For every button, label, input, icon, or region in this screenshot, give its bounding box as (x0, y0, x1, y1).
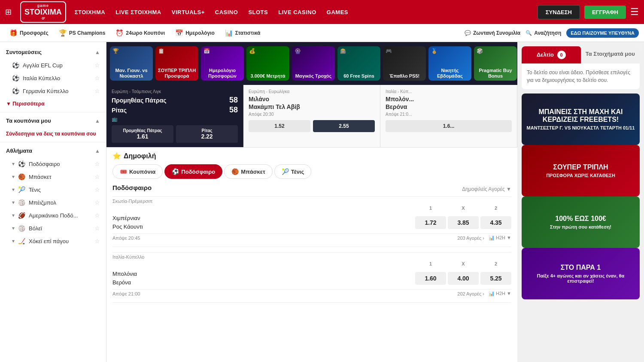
star-ita-cup[interactable]: ☆ (94, 75, 100, 81)
odd2-m2[interactable]: 5.25 (480, 272, 511, 285)
odd2-match2[interactable]: 2.55 (313, 120, 375, 132)
sport-title: Ποδόσφαιρο (112, 184, 152, 191)
sec-nav-item-promo[interactable]: 🎁Προσφορές (5, 27, 53, 39)
promo-card-nikitis[interactable]: 🏅Νικητής Εβδομάδας (428, 46, 471, 81)
match-footer-m1: Απόψε 20:45 203 Αγορές › 📊 H2H ▼ (112, 234, 511, 243)
sidebar-login-link[interactable]: Σύνδεσηγια να δεις τα κουπόνια σου (0, 127, 106, 140)
h2h-m2[interactable]: 📊 H2H ▼ (489, 291, 511, 296)
ps5-icon: 🎮 (386, 48, 392, 54)
odd1-m1[interactable]: 1.72 (415, 216, 446, 229)
popular-tab-tennis[interactable]: 🎾Τένις (274, 164, 311, 179)
promo-card-ps5[interactable]: 🎮Έπαθλο PS5! (383, 46, 426, 81)
sidebar-shortcut-ger-cup[interactable]: ⚽Γερμανία Κύπελλο☆ (0, 84, 106, 97)
fav-basketball[interactable]: ☆ (94, 173, 100, 180)
sec-nav-item-coupon24[interactable]: ⏰24ωρο Κουπόνι (111, 27, 169, 39)
promo-card-pragmatic[interactable]: 🎲Pragmatic Buy Bonus (474, 46, 517, 81)
nav-link-slots[interactable]: SLOTS (248, 9, 268, 15)
promo-card-imerologio[interactable]: 📅Ημερολόγιο Προσφορών (201, 46, 244, 81)
sidebar-more[interactable]: ▼ Περισσότερα (0, 97, 106, 110)
coupons-tab-icon: 🎟️ (120, 168, 127, 175)
more-markets-m1[interactable]: 203 Αγορές › (457, 235, 484, 241)
nav-links: ΣΤΟΙΧΗΜΑLIVE ΣΤΟΙΧΗΜΑVIRTUALS+CASINOSLOT… (75, 9, 529, 15)
nav-link-live-casino[interactable]: LIVE CASINO (278, 9, 316, 15)
betslip-tab-active[interactable]: Δελτίο 0 (522, 46, 581, 63)
more-markets-m2[interactable]: 202 Αγορές › (457, 291, 484, 296)
fav-american-football[interactable]: ☆ (94, 212, 100, 219)
fav-volleyball2[interactable]: ☆ (94, 225, 100, 232)
promo-card-free-spins[interactable]: 🎰60 Free Spins (337, 46, 380, 81)
promo-banner-super-tripla-banner[interactable]: ΣΟΥΠΕΡ ΤΡΙΠΛΗΠΡΟΣΦΟΡΑ ΧΩΡΙΣ ΚΑΤΑΘΕΣΗ (522, 145, 640, 196)
divider-m2 (112, 302, 511, 303)
sec-nav-item-calendar[interactable]: 📅Ημερολόγιο (171, 27, 219, 39)
pragmatic-icon: 🎲 (477, 48, 483, 54)
signin-button[interactable]: ΣΥΝΔΕΣΗ (538, 5, 580, 19)
nav-link-stoixima[interactable]: ΣΤΟΙΧΗΜΑ (75, 9, 106, 15)
search-icon: 🔍 (526, 30, 532, 36)
fav-hockey[interactable]: ☆ (94, 238, 100, 244)
nav-link-games[interactable]: GAMES (327, 9, 348, 15)
promo-row: 🏆Μαν. Γιουν. vs Νιούκαστλ📋ΣΟΥΠΕΡ ΤΡΙΠΛΗ … (106, 42, 517, 85)
star-ger-cup[interactable]: ☆ (94, 87, 100, 94)
sidebar-sport-basketball[interactable]: ▾🏀Μπάσκετ☆ (0, 170, 106, 183)
sec-nav-item-ps-champions[interactable]: 🏆PS Champions (55, 27, 110, 39)
team2-match1: Ρίτας (112, 107, 127, 114)
bet1-match1[interactable]: Προμηθέας Πάτρας1.61 (112, 125, 173, 143)
coupons-header[interactable]: Τα κουπόνια μου ▲ (0, 114, 106, 127)
nav-link-virtuals[interactable]: VIRTUALS+ (172, 9, 205, 15)
nav-link-live-stoixima[interactable]: LIVE ΣΤΟΙΧΗΜΑ (115, 9, 161, 15)
odd1-match2[interactable]: 1.52 (249, 120, 310, 132)
sidebar-sport-football[interactable]: ▾⚽Ποδόσφαιρο☆ (0, 157, 106, 170)
sidebar-shortcut-ita-cup[interactable]: ⚽Ιταλία Κύπελλο☆ (0, 72, 106, 84)
star-efl[interactable]: ☆ (94, 62, 100, 69)
nav-link-casino[interactable]: CASINO (215, 9, 238, 15)
odd2-m1[interactable]: 4.35 (480, 216, 511, 229)
chevron-basketball: ▾ (12, 174, 15, 180)
sports-header[interactable]: Αθλήματα ▲ (0, 144, 106, 157)
promo-card-3000[interactable]: 💰3.000€ Μετρητά (246, 46, 289, 81)
efl-icon: ⚽ (12, 62, 19, 69)
odd1-match3[interactable]: 1.6... (386, 120, 512, 132)
hamburger-icon[interactable]: ☰ (630, 6, 639, 18)
promo-card-magic-wheel[interactable]: 🎡Μαγικός Τροχός (292, 46, 335, 81)
logo-main: STOIXIMA (24, 8, 62, 17)
sidebar-sport-tennis[interactable]: ▾🎾Τένις☆ (0, 183, 106, 196)
fav-volleyball[interactable]: ☆ (94, 199, 100, 206)
sidebar-sport-volleyball[interactable]: ▾🏐Μπέιζμπολ☆ (0, 196, 106, 209)
sidebar-sport-american-football[interactable]: ▾🏈Αμερικάνικο Ποδό...☆ (0, 209, 106, 222)
match-row-m2: Μπολόνια Βερόνα 1.60 4.00 5.25 (112, 267, 511, 290)
time-match3: Απόψε 21:0... (386, 112, 512, 117)
team1-match3: Μπολόν... (386, 96, 414, 103)
sec-nav-item-stats[interactable]: 📊Στατιστικά (221, 27, 265, 39)
bet2-match1[interactable]: Ρίτας2.22 (176, 125, 238, 143)
sidebar-divider-2 (0, 142, 106, 142)
match-row-m1: Χιμπέρνιαν Ρος Κάουντι 1.72 3.85 4.35 (112, 211, 511, 234)
fav-tennis[interactable]: ☆ (94, 186, 100, 193)
betslip-tab-myBets[interactable]: Τα Στοιχήματά μου (581, 46, 640, 63)
fav-football[interactable]: ☆ (94, 160, 100, 167)
promo-card-super-tripla[interactable]: 📋ΣΟΥΠΕΡ ΤΡΙΠΛΗ Προσφορά (155, 46, 198, 81)
popular-tab-football[interactable]: ⚽Ποδόσφαιρο (164, 164, 222, 179)
sidebar-sport-hockey[interactable]: ▾🏒Χόκεϊ επί πάγου☆ (0, 235, 106, 247)
sidebar-sport-volleyball2[interactable]: ▾🏐Βόλεϊ☆ (0, 222, 106, 235)
odd1-m2[interactable]: 1.60 (415, 272, 446, 285)
logo[interactable]: game STOIXIMA .gr (20, 1, 66, 23)
popular-tab-coupons[interactable]: 🎟️Κουπόνια (112, 164, 163, 179)
markets-dropdown[interactable]: Δημοφιλείς Αγορές ▼ (462, 186, 511, 192)
oddX-m2[interactable]: 4.00 (448, 272, 479, 285)
tennis-tab-icon: 🎾 (282, 168, 289, 175)
popular-tab-basketball[interactable]: 🏀Μπάσκετ (224, 164, 273, 179)
grid-icon[interactable]: ⊞ (5, 7, 12, 17)
promo-card-ps-champions[interactable]: 🏆Μαν. Γιουν. vs Νιούκαστλ (110, 46, 153, 81)
live-chat[interactable]: 💬Ζωντανή Συνομιλία (465, 30, 520, 36)
match-league-m1: Σκωτία-Πρέμιερσιπ (112, 196, 511, 205)
promo-banner-para1-banner[interactable]: ΣΤΟ ΠΑΡΑ 1Παίξε 4+ αγώνες και αν χάσεις … (522, 248, 640, 299)
search-bar[interactable]: 🔍Αναζήτηση (526, 30, 561, 36)
promo-banner-ps-champions-banner[interactable]: ΜΠΑΙΝΕΙΣ ΣΤΗ ΜΑΧΗ ΚΑΙ ΚΕΡΔΙΖΕΙΣ FREEBETS… (522, 94, 640, 145)
register-button[interactable]: ΕΓΓΡΑΦΗ (584, 6, 626, 19)
promo-banner-100-banner[interactable]: 100% ΕΩΣ 100€Στην πρώτη σου κατάθεση! (522, 196, 640, 248)
responsible-button[interactable]: ΕΔΩ ΠΑΙΖΟΥΜΕ ΥΠΕΥΘΥΝΑ (566, 28, 639, 38)
shortcuts-header[interactable]: Συντομεύσεις ▲ (0, 45, 106, 59)
h2h-m1[interactable]: 📊 H2H ▼ (489, 235, 511, 241)
oddX-m1[interactable]: 3.85 (448, 216, 479, 229)
sidebar-shortcut-efl[interactable]: ⚽Αγγλία EFL Cup☆ (0, 59, 106, 72)
